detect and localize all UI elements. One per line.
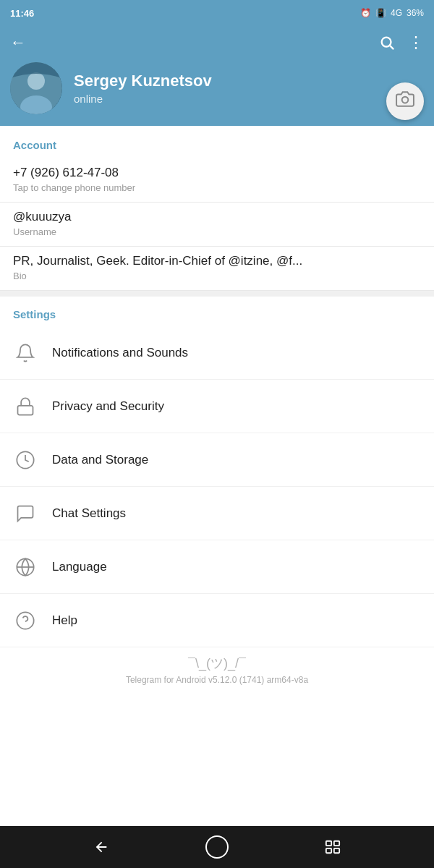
shrug-emoji: ¯\_(ツ)_/¯	[188, 655, 246, 672]
camera-button[interactable]	[386, 82, 424, 120]
chat-label: Chat Settings	[52, 506, 421, 521]
bio-value: PR, Journalist, Geek. Editor-in-Chief of…	[13, 254, 421, 268]
back-button[interactable]: ←	[10, 33, 26, 52]
profile-row: Sergey Kuznetsov online	[10, 62, 424, 114]
alarm-icon: ⏰	[360, 8, 371, 18]
svg-rect-13	[326, 841, 331, 846]
svg-line-1	[390, 46, 393, 49]
header: ← ⋮ Ser	[0, 26, 434, 126]
settings-section-label: Settings	[0, 297, 434, 326]
recents-nav-button[interactable]	[317, 831, 349, 863]
svg-rect-16	[334, 848, 339, 853]
profile-status: online	[74, 93, 424, 105]
nav-bar	[0, 826, 434, 868]
back-nav-button[interactable]	[85, 831, 117, 863]
menu-item-data[interactable]: Data and Storage	[0, 433, 434, 487]
data-label: Data and Storage	[52, 453, 421, 467]
content: Account +7 (926) 612-47-08 Tap to change…	[0, 126, 434, 826]
help-label: Help	[52, 613, 421, 628]
time: 11:46	[10, 8, 34, 19]
menu-item-chat[interactable]: Chat Settings	[0, 487, 434, 540]
svg-marker-12	[96, 842, 107, 853]
chat-icon	[13, 501, 38, 526]
version-text: Telegram for Android v5.12.0 (1741) arm6…	[126, 675, 308, 685]
status-bar: 11:46 ⏰ 📳 4G 36%	[0, 0, 434, 26]
battery-icon: 36%	[407, 8, 424, 18]
camera-icon	[396, 90, 414, 113]
lock-icon	[13, 394, 38, 419]
svg-rect-14	[334, 841, 339, 846]
help-icon	[13, 608, 38, 633]
header-actions: ⋮	[379, 33, 424, 52]
svg-rect-6	[18, 405, 33, 414]
bio-hint: Bio	[13, 271, 421, 281]
bell-icon	[13, 341, 38, 365]
svg-point-3	[27, 72, 45, 90]
svg-rect-15	[326, 848, 331, 853]
avatar[interactable]	[10, 62, 62, 114]
username-item[interactable]: @kuuuzya Username	[0, 203, 434, 247]
header-top: ← ⋮	[10, 33, 424, 52]
account-section-label: Account	[0, 126, 434, 158]
search-button[interactable]	[379, 35, 395, 51]
menu-item-language[interactable]: Language	[0, 540, 434, 594]
profile-info: Sergey Kuznetsov online	[74, 72, 424, 105]
avatar-image	[10, 62, 62, 114]
footer-area: ¯\_(ツ)_/¯ Telegram for Android v5.12.0 (…	[0, 647, 434, 695]
status-icons: ⏰ 📳 4G 36%	[360, 8, 424, 18]
clock-icon	[13, 448, 38, 472]
privacy-label: Privacy and Security	[52, 399, 421, 414]
profile-name: Sergey Kuznetsov	[74, 72, 424, 90]
vibrate-icon: 📳	[375, 8, 386, 18]
phone-item[interactable]: +7 (926) 612-47-08 Tap to change phone n…	[0, 158, 434, 203]
notifications-label: Notifications and Sounds	[52, 346, 421, 360]
more-button[interactable]: ⋮	[408, 33, 424, 52]
phone-value: +7 (926) 612-47-08	[13, 166, 421, 180]
svg-point-0	[382, 38, 391, 47]
home-circle	[205, 835, 229, 859]
menu-item-notifications[interactable]: Notifications and Sounds	[0, 326, 434, 380]
menu-item-privacy[interactable]: Privacy and Security	[0, 380, 434, 433]
username-hint: Username	[13, 226, 421, 237]
language-label: Language	[52, 560, 421, 574]
home-nav-button[interactable]	[201, 831, 233, 863]
globe-icon	[13, 555, 38, 579]
svg-point-5	[402, 97, 409, 103]
bio-item[interactable]: PR, Journalist, Geek. Editor-in-Chief of…	[0, 247, 434, 291]
phone-hint: Tap to change phone number	[13, 182, 421, 193]
username-value: @kuuuzya	[13, 210, 421, 224]
signal-icon: 4G	[391, 8, 402, 18]
separator	[0, 291, 434, 297]
menu-item-help[interactable]: Help	[0, 594, 434, 647]
svg-point-10	[17, 612, 33, 629]
